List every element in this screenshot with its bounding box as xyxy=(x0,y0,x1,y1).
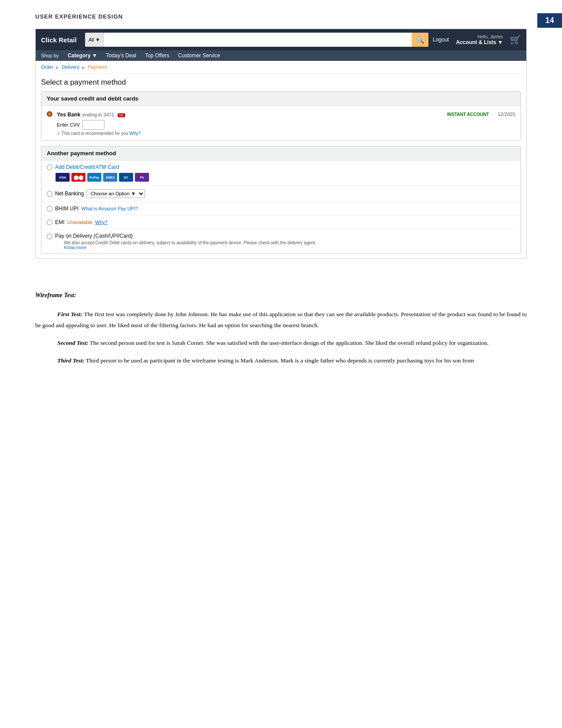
card-details: Yes Bank ending in 3471 MC INSTANT ACCOU… xyxy=(57,110,515,136)
search-button[interactable]: 🔍 xyxy=(412,33,428,47)
emi-row: EMI Unavailable Why? xyxy=(41,216,521,229)
instant-account-label: INSTANT ACCOUNT xyxy=(447,112,489,117)
why-link[interactable]: Why? xyxy=(130,131,141,136)
subnav-todays-deal[interactable]: Today's Deal xyxy=(106,52,136,59)
shop-by-label: Shop by xyxy=(41,53,59,58)
subnav-top-offers[interactable]: Top Offers xyxy=(145,52,169,59)
search-bar: All ▼ 🔍 xyxy=(85,33,428,47)
visa-logo: VISA xyxy=(56,173,70,182)
search-all-dropdown[interactable]: All ▼ xyxy=(85,33,104,47)
cvv-input[interactable] xyxy=(82,120,104,130)
retail-topbar: Click Retail All ▼ 🔍 Logout Hello, James… xyxy=(36,29,526,50)
upi-row: BHIM UPI What is Amazon Pay UPI? xyxy=(41,202,521,216)
search-input[interactable] xyxy=(104,33,412,47)
phonepay-logo: Ph xyxy=(135,173,149,182)
page-number: 14 xyxy=(537,13,562,28)
net-banking-label: Net Banking xyxy=(55,190,84,197)
card-expiry: 12/2025 xyxy=(498,112,515,117)
another-payment-box: Another payment method Add Debit/Credit/… xyxy=(41,146,521,254)
card-row: Yes Bank ending in 3471 MC INSTANT ACCOU… xyxy=(41,106,521,140)
wireframe-test-heading: Wireframe Test: xyxy=(35,290,527,302)
account-section[interactable]: Hello, James Account & Lists ▼ xyxy=(456,34,503,45)
breadcrumb-delivery[interactable]: Delivery xyxy=(62,64,79,70)
topbar-right: Logout Hello, James Account & Lists ▼ 🛒 xyxy=(433,34,521,45)
emi-why-link[interactable]: Why? xyxy=(95,220,108,225)
add-card-label[interactable]: Add Debit/Credit/ATM Card xyxy=(47,164,515,170)
card-ending: ending in 3471 xyxy=(82,112,114,117)
logout-button[interactable]: Logout xyxy=(433,37,449,43)
breadcrumb-order[interactable]: Order xyxy=(41,64,53,70)
diners-logo: DC xyxy=(119,173,133,182)
recommended-text: ✓ This card is recommended for you Why? xyxy=(57,131,515,136)
emi-radio[interactable] xyxy=(47,220,52,225)
card-bank-name: Yes Bank xyxy=(57,112,80,118)
card-radio[interactable] xyxy=(47,111,52,117)
second-test-text: The second person used for test is Sarah… xyxy=(88,340,488,346)
account-lists: Account & Lists ▼ xyxy=(456,39,503,45)
retail-subnav: Shop by Category ▼ Today's Deal Top Offe… xyxy=(36,50,526,61)
cvv-row: Enter CVV xyxy=(57,120,515,130)
cod-label: Pay on Delivery (Cash/UPI/Card) xyxy=(55,233,316,239)
second-test-label: Second Test: xyxy=(57,340,88,346)
account-hello: Hello, James xyxy=(456,34,503,39)
rupay-logo: RuPay xyxy=(87,173,101,182)
net-banking-row: Net Banking Choose an Option ▼ xyxy=(41,186,521,202)
category-dropdown[interactable]: Category ▼ xyxy=(67,52,97,59)
document-title: USER EXPERIENCE DESIGN xyxy=(0,0,562,29)
payment-section: Select a payment method Your saved credi… xyxy=(36,74,526,258)
paragraph-second-test: Second Test: The second person used for … xyxy=(35,337,527,349)
first-test-text: The first test was completely done by Jo… xyxy=(35,311,527,329)
paragraph-third-test: Third Test: Third person to be used as p… xyxy=(35,355,527,366)
mastercard-logo: ⬤⬤ xyxy=(71,173,86,182)
breadcrumb: Order ▶ Delivery ▶ Payment xyxy=(36,61,526,74)
breadcrumb-sep-2: ▶ xyxy=(82,65,85,70)
first-test-label: First Test: xyxy=(57,311,82,317)
upi-radio[interactable] xyxy=(47,206,52,212)
retail-widget: Click Retail All ▼ 🔍 Logout Hello, James… xyxy=(35,29,527,259)
net-banking-radio[interactable] xyxy=(47,191,52,197)
breadcrumb-sep-1: ▶ xyxy=(56,65,59,70)
upi-info-link[interactable]: What is Amazon Pay UPI? xyxy=(81,206,138,211)
third-test-label: Third Test: xyxy=(57,357,84,364)
emi-label: EMI xyxy=(55,219,64,225)
third-test-text: Third person to be used as participant i… xyxy=(84,357,474,364)
document-body: Wireframe Test: First Test: The first te… xyxy=(0,276,562,381)
cart-icon[interactable]: 🛒 xyxy=(510,34,521,45)
saved-cards-header: Your saved credit and debit cards xyxy=(41,92,521,106)
emi-unavailable: Unavailable xyxy=(67,220,92,225)
paragraph-first-test: First Test: The first test was completel… xyxy=(35,309,527,331)
cvv-label: Enter CVV xyxy=(57,122,80,127)
upi-label: BHIM UPI xyxy=(55,205,78,212)
payment-title: Select a payment method xyxy=(41,78,521,87)
add-card-radio[interactable] xyxy=(47,164,52,170)
cod-description: We also accept Credit/ Debit cards on de… xyxy=(64,240,316,245)
cod-know-more-link[interactable]: Know more xyxy=(64,245,316,250)
retail-logo: Click Retail xyxy=(41,36,81,44)
net-banking-select[interactable]: Choose an Option ▼ xyxy=(86,189,145,198)
breadcrumb-payment: Payment xyxy=(88,64,107,70)
cod-row: Pay on Delivery (Cash/UPI/Card) We also … xyxy=(41,229,521,254)
subnav-customer-service[interactable]: Customer Service xyxy=(178,52,220,59)
another-payment-header: Another payment method xyxy=(41,146,521,161)
saved-cards-box: Your saved credit and debit cards Yes Ba… xyxy=(41,91,521,141)
cod-radio[interactable] xyxy=(47,234,52,239)
add-card-row: Add Debit/Credit/ATM Card VISA ⬤⬤ RuPay … xyxy=(41,161,521,186)
card-type-badge: MC xyxy=(118,113,125,117)
card-meta-right: INSTANT ACCOUNT 12/2025 xyxy=(447,112,515,117)
amex-logo: AMEX xyxy=(103,173,117,182)
card-logos: VISA ⬤⬤ RuPay AMEX DC Ph xyxy=(56,173,515,182)
